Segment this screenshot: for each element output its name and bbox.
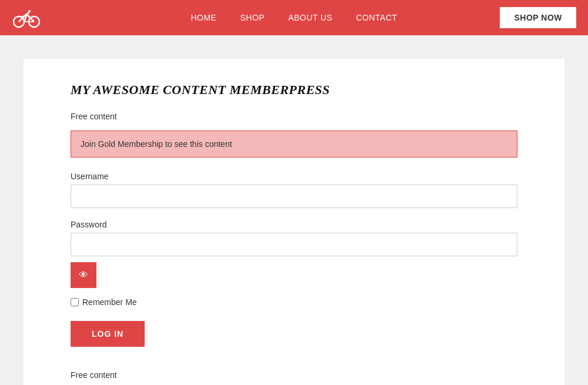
username-label: Username bbox=[71, 172, 517, 181]
svg-line-6 bbox=[26, 12, 29, 14]
login-button[interactable]: LOG IN bbox=[71, 321, 145, 347]
free-content-bottom-label: Free content bbox=[71, 370, 517, 380]
free-content-top-label: Free content bbox=[71, 112, 517, 121]
bicycle-logo-icon bbox=[12, 6, 41, 29]
page-title: MY AWESOME CONTENT MEMBERPRESS bbox=[71, 82, 517, 98]
nav-about-us[interactable]: ABOUT US bbox=[288, 13, 332, 22]
main-content: MY AWESOME CONTENT MEMBERPRESS Free cont… bbox=[0, 35, 588, 385]
logo-area bbox=[12, 6, 41, 29]
nav-shop[interactable]: SHOP bbox=[240, 13, 265, 22]
content-card: MY AWESOME CONTENT MEMBERPRESS Free cont… bbox=[24, 59, 564, 385]
remember-me-group: Remember Me bbox=[71, 297, 517, 307]
shop-now-button[interactable]: SHOP NOW bbox=[500, 7, 576, 28]
nav-home[interactable]: HOME bbox=[191, 13, 216, 22]
password-section: Password 👁 bbox=[71, 220, 517, 288]
show-password-button[interactable]: 👁 bbox=[71, 262, 96, 288]
main-nav: HOME SHOP ABOUT US CONTACT bbox=[191, 13, 397, 22]
username-group: Username bbox=[71, 172, 517, 208]
membership-notice: Join Gold Membership to see this content bbox=[71, 130, 517, 158]
nav-contact[interactable]: CONTACT bbox=[356, 13, 397, 22]
remember-me-label: Remember Me bbox=[82, 297, 137, 307]
password-input[interactable] bbox=[71, 233, 517, 256]
site-header: HOME SHOP ABOUT US CONTACT SHOP NOW bbox=[0, 0, 588, 35]
remember-me-checkbox[interactable] bbox=[71, 298, 79, 306]
svg-line-3 bbox=[26, 14, 34, 22]
eye-icon: 👁 bbox=[79, 270, 88, 280]
password-label: Password bbox=[71, 220, 517, 229]
username-input[interactable] bbox=[71, 185, 517, 208]
